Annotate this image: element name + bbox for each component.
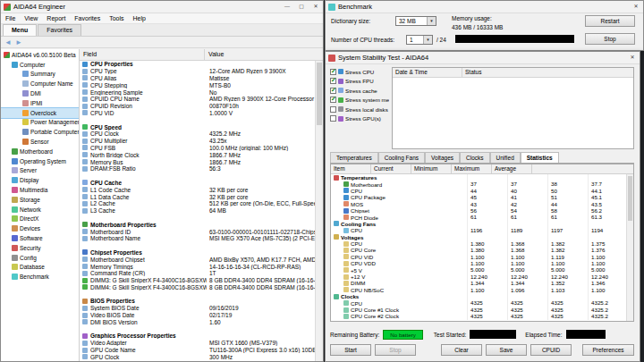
table-row[interactable]: CPUID Revision 00870F10h — [80, 103, 315, 110]
benchmark-titlebar[interactable]: Benchmark ✕ — [326, 1, 643, 13]
scrollbar-thumb[interactable] — [628, 176, 632, 221]
table-row[interactable]: BIOS Properties — [80, 298, 315, 305]
menu-item[interactable]: Help — [128, 13, 149, 24]
tree-item[interactable]: Database — [1, 263, 79, 273]
cpu-threads-select[interactable]: 1 ▼ — [406, 35, 433, 45]
stability-titlebar[interactable]: System Stability Test - AIDA64 ✕ — [326, 52, 640, 64]
table-row[interactable]: Video Adapter MSI GTX 1660 (MS-V379) — [80, 340, 315, 347]
table-row[interactable]: DIMM4: G Skill SniperX F4-3400C16-8GSXW … — [80, 284, 315, 291]
table-row[interactable]: CPU Cache — [80, 180, 315, 187]
tree-item[interactable]: Network — [1, 205, 79, 215]
statistics-row[interactable]: Clocks — [331, 293, 626, 299]
main-titlebar[interactable]: AIDA64 Engineer — ▢ ✕ — [1, 1, 323, 13]
statistics-row[interactable]: Motherboard 37 37 38 37.7 — [331, 181, 626, 187]
table-row[interactable]: CPU Stepping MTS-B0 — [80, 81, 315, 88]
table-row[interactable]: Motherboard Properties — [80, 221, 315, 228]
stress-option[interactable]: Stress system memory — [330, 96, 389, 105]
chevron-down-icon[interactable]: ▼ — [423, 36, 432, 44]
tree-item[interactable]: Motherboard — [1, 147, 79, 156]
tree-item[interactable]: Storage — [1, 195, 79, 205]
table-row[interactable] — [80, 215, 315, 222]
statistics-row[interactable]: Cooling Fans — [331, 221, 626, 227]
statistics-row[interactable]: CPU Package 45 41 51 45.1 — [331, 194, 626, 200]
statistics-column-header[interactable]: Current — [371, 164, 411, 173]
stability-action-button[interactable]: Stop — [375, 344, 416, 356]
table-row[interactable]: Motherboard ID 63-0100-000001-00101111-0… — [80, 228, 315, 235]
field-table-scrollbar[interactable] — [315, 61, 323, 361]
scrollbar-thumb[interactable] — [317, 63, 322, 125]
sensor-tab[interactable]: Cooling Fans — [378, 152, 425, 163]
stability-action-button[interactable]: Preferences — [582, 344, 634, 356]
statistics-row[interactable]: CPU Core #2 Clock 4325 4325 4325 4325.2 — [331, 313, 626, 319]
stress-option[interactable]: Stress GPU(s) — [330, 114, 389, 124]
tree-item[interactable]: Computer — [1, 60, 79, 70]
tree-item[interactable]: Multimedia — [1, 185, 79, 195]
sensor-tab[interactable]: Clocks — [460, 152, 490, 163]
stability-action-button[interactable]: Save — [486, 344, 527, 356]
tree-item[interactable]: Server — [1, 166, 79, 176]
close-icon[interactable]: ✕ — [629, 1, 643, 13]
statistics-row[interactable]: Temperatures — [331, 174, 626, 181]
field-column-header[interactable]: Field — [80, 49, 205, 60]
tree-item[interactable]: DMI — [1, 88, 79, 98]
sensor-tab[interactable]: Statistics — [521, 152, 559, 163]
statistics-row[interactable]: CPU NB/SoC 1.100 1.096 1.103 1.100 — [331, 287, 626, 293]
statistics-row[interactable]: CPU 4325 4325 4325 4325.2 — [331, 299, 626, 306]
statistics-row[interactable]: CPU 44 40 50 44.1 — [331, 188, 626, 194]
menu-item[interactable]: File — [1, 13, 20, 24]
table-row[interactable]: DMI BIOS Version 1.60 — [80, 318, 315, 325]
tree-item[interactable]: Operating System — [1, 156, 79, 166]
tree-item[interactable]: Config — [1, 253, 79, 263]
view-tab[interactable]: Menu — [3, 24, 37, 36]
table-row[interactable]: CPU Speed — [80, 123, 315, 130]
statistics-row[interactable]: MOS 43 42 44 43.5 — [331, 201, 626, 207]
table-row[interactable]: Motherboard Name MSI MEG X570 Ace (MS-7C… — [80, 235, 315, 242]
table-row[interactable]: CPU Properties — [80, 61, 315, 68]
tree-item[interactable]: DirectX — [1, 215, 79, 224]
statistics-row[interactable]: +12 V 12.240 12.240 12.240 12.240 — [331, 274, 626, 280]
stress-option[interactable]: Stress cache — [330, 86, 389, 96]
value-column-header[interactable]: Value — [205, 49, 323, 60]
checkbox[interactable] — [330, 78, 336, 84]
status-column-header[interactable]: Status — [462, 68, 633, 77]
tree-item[interactable]: IPMI — [1, 98, 79, 108]
view-tab[interactable]: Favorites — [38, 24, 81, 36]
tree-item[interactable]: Benchmark — [1, 272, 79, 282]
table-row[interactable]: CPU Alias Matisse — [80, 75, 315, 82]
tree-item[interactable]: Display — [1, 175, 79, 185]
table-row[interactable]: L1 Code Cache 32 KB per core — [80, 186, 315, 193]
tree-item[interactable]: AIDA64 v6.00.5100 Beta — [1, 50, 79, 60]
statistics-row[interactable]: Chipset 56 54 58 56.2 — [331, 207, 626, 214]
table-row[interactable] — [80, 325, 315, 333]
stress-option[interactable]: Stress local disks — [330, 105, 389, 114]
sensor-tab[interactable]: Temperatures — [330, 152, 378, 163]
checkbox[interactable] — [330, 106, 336, 113]
stop-button[interactable]: Stop — [585, 33, 635, 45]
table-row[interactable]: L1 Data Cache 32 KB per core — [80, 193, 315, 200]
table-row[interactable]: CPUID CPU Name AMD Ryzen 9 3900X 12-Core… — [80, 96, 315, 103]
tree-item[interactable]: Devices — [1, 223, 79, 233]
table-row[interactable]: System BIOS Date 09/16/2019 — [80, 305, 315, 312]
close-icon[interactable]: ✕ — [625, 52, 640, 63]
table-row[interactable]: Memory Bus 1866.7 MHz — [80, 158, 315, 165]
table-row[interactable]: L3 Cache 64 MB — [80, 207, 315, 215]
tree-item[interactable]: Computer Name — [1, 79, 79, 88]
forward-arrow-icon[interactable]: ► — [15, 38, 22, 46]
statistics-scrollbar[interactable] — [626, 174, 633, 321]
table-row[interactable] — [80, 116, 315, 123]
table-row[interactable]: Video BIOS Date 02/17/19 — [80, 312, 315, 319]
statistics-row[interactable]: CPU 1196 1189 1197 1194 — [331, 227, 626, 233]
tree-item[interactable]: Summary — [1, 70, 79, 80]
table-row[interactable]: North Bridge Clock 1866.7 MHz — [80, 151, 315, 158]
table-row[interactable]: GPU Clock 300 MHz — [80, 353, 315, 360]
close-button[interactable]: ✕ — [309, 1, 323, 13]
tree-item[interactable]: Sensor — [1, 137, 79, 147]
table-row[interactable]: Memory Timings 14-16-16-16-34 (CL-RCD-RP… — [80, 263, 315, 270]
dictionary-size-select[interactable]: 32 MB ▼ — [395, 16, 436, 26]
statistics-column-header[interactable]: Maximum — [452, 164, 492, 173]
datetime-column-header[interactable]: Date & Time — [393, 68, 462, 77]
statistics-row[interactable]: CPU Core 1.380 1.368 1.382 1.376 — [331, 247, 626, 253]
statistics-row[interactable]: DIMM 1.344 1.344 1.352 1.346 — [331, 280, 626, 286]
table-row[interactable]: Engineering Sample No — [80, 88, 315, 96]
sensor-tab[interactable]: Voltages — [425, 152, 460, 163]
